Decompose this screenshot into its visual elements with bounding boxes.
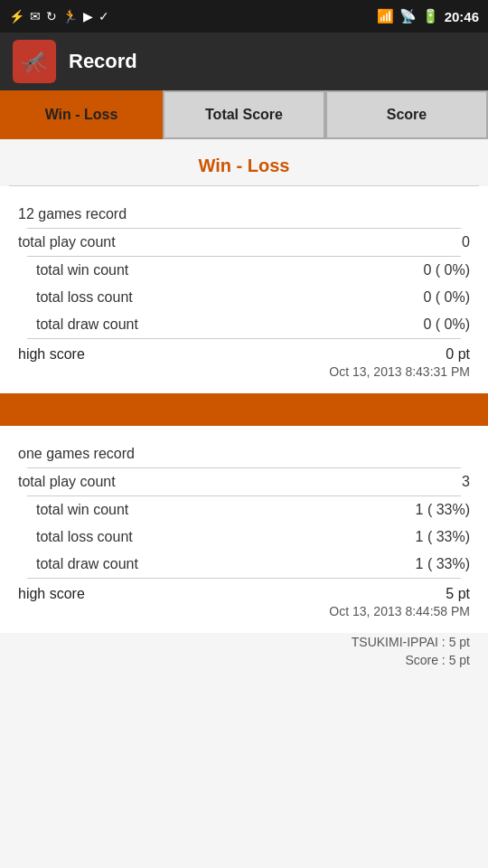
tab-score[interactable]: Score bbox=[325, 90, 488, 139]
total-play-count-value-1: 0 bbox=[462, 234, 470, 250]
total-win-count-label-2: total win count bbox=[18, 502, 128, 518]
total-play-count-label-1: total play count bbox=[18, 234, 116, 250]
extra-info-2: Score : 5 pt bbox=[0, 651, 488, 669]
wifi-icon: 📶 bbox=[377, 8, 394, 24]
total-play-count-row-1: total play count 0 bbox=[18, 229, 470, 256]
play-icon: ▶ bbox=[83, 9, 93, 24]
date-row-1: Oct 13, 2013 8:43:31 PM bbox=[18, 364, 470, 382]
total-win-count-row-1: total win count 0 ( 0%) bbox=[18, 257, 470, 284]
total-loss-count-value-2: 1 ( 33%) bbox=[416, 529, 470, 545]
date-row-2: Oct 13, 2013 8:44:58 PM bbox=[18, 604, 470, 622]
high-score-label-2: high score bbox=[18, 586, 85, 602]
total-loss-count-label-1: total loss count bbox=[18, 289, 133, 306]
total-draw-count-value-1: 0 ( 0%) bbox=[423, 316, 470, 333]
high-score-label-1: high score bbox=[18, 346, 85, 363]
total-win-count-row-2: total win count 1 ( 33%) bbox=[18, 496, 470, 524]
section-12-games: 12 games record total play count 0 total… bbox=[0, 186, 488, 393]
extra-info-1: TSUKIMI-IPPAI : 5 pt bbox=[0, 633, 488, 651]
games-label-one: one games record bbox=[18, 437, 470, 467]
battery-icon: 🔋 bbox=[422, 8, 439, 24]
orange-separator bbox=[0, 393, 488, 426]
app-title: Record bbox=[69, 50, 137, 73]
total-win-count-value-1: 0 ( 0%) bbox=[423, 262, 470, 278]
check-icon: ✓ bbox=[99, 9, 109, 24]
signal-icon: 📡 bbox=[399, 8, 417, 24]
high-score-row-1: high score 0 pt bbox=[18, 339, 470, 364]
total-loss-count-label-2: total loss count bbox=[18, 529, 133, 545]
tab-win-loss[interactable]: Win - Loss bbox=[0, 90, 163, 139]
total-play-count-row-2: total play count 3 bbox=[18, 468, 470, 495]
total-win-count-value-2: 1 ( 33%) bbox=[416, 502, 470, 518]
total-draw-count-row-2: total draw count 1 ( 33%) bbox=[18, 551, 470, 578]
tab-total-score[interactable]: Total Score bbox=[163, 90, 325, 139]
high-score-value-2: 5 pt bbox=[446, 586, 470, 602]
app-icon: 🦟 bbox=[13, 40, 56, 83]
run-icon: 🏃 bbox=[62, 9, 78, 24]
total-draw-count-label-2: total draw count bbox=[18, 556, 138, 572]
status-bar: ⚡ ✉ ↻ 🏃 ▶ ✓ 📶 📡 🔋 20:46 bbox=[0, 0, 488, 33]
total-win-count-label-1: total win count bbox=[18, 262, 128, 278]
bug-icon: 🦟 bbox=[21, 49, 48, 74]
section-heading: Win - Loss bbox=[0, 139, 488, 185]
msg-icon: ✉ bbox=[30, 9, 41, 24]
total-draw-count-row-1: total draw count 0 ( 0%) bbox=[18, 311, 470, 338]
total-draw-count-label-1: total draw count bbox=[18, 316, 138, 333]
total-loss-count-row-1: total loss count 0 ( 0%) bbox=[18, 284, 470, 311]
tab-bar: Win - Loss Total Score Score bbox=[0, 90, 488, 139]
sync-icon: ↻ bbox=[46, 9, 57, 24]
high-score-row-2: high score 5 pt bbox=[18, 579, 470, 604]
clock: 20:46 bbox=[445, 9, 479, 24]
total-draw-count-value-2: 1 ( 33%) bbox=[416, 556, 470, 572]
total-loss-count-row-2: total loss count 1 ( 33%) bbox=[18, 524, 470, 551]
usb-icon: ⚡ bbox=[9, 9, 24, 24]
section-one-games: one games record total play count 3 tota… bbox=[0, 426, 488, 633]
total-loss-count-value-1: 0 ( 0%) bbox=[423, 289, 470, 306]
app-header: 🦟 Record bbox=[0, 33, 488, 90]
high-score-value-1: 0 pt bbox=[446, 346, 470, 363]
games-label-12: 12 games record bbox=[18, 197, 470, 228]
total-play-count-label-2: total play count bbox=[18, 474, 116, 490]
status-right: 📶 📡 🔋 20:46 bbox=[377, 8, 479, 24]
total-play-count-value-2: 3 bbox=[462, 474, 470, 490]
status-icons-left: ⚡ ✉ ↻ 🏃 ▶ ✓ bbox=[9, 9, 109, 24]
